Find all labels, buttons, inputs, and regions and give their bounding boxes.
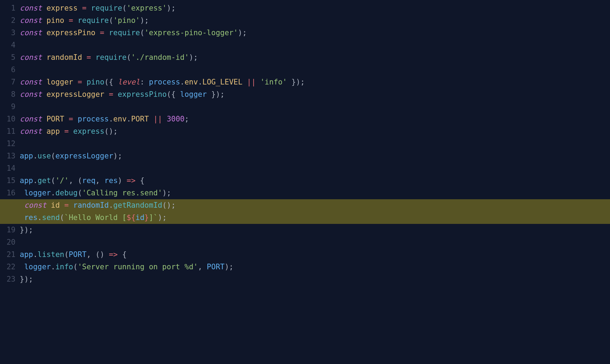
code-line [20, 64, 610, 76]
line-number: 6 [0, 64, 15, 76]
line-number: 5 [0, 51, 15, 64]
code-line: app.use(expressLogger); [20, 150, 610, 162]
code-line: const app = express(); [20, 125, 610, 138]
line-number: 7 [0, 76, 15, 88]
code-line [20, 236, 610, 249]
code-area[interactable]: const express = require('express'); cons… [20, 0, 610, 285]
line-number: 13 [0, 150, 15, 162]
code-line: const logger = pino({ level: process.env… [20, 76, 610, 88]
line-number: 10 [0, 113, 15, 125]
code-line: logger.info('Server running on port %d',… [20, 261, 610, 273]
code-line: }); [20, 273, 610, 285]
line-number: 23 [0, 273, 15, 285]
line-number: 22 [0, 261, 15, 273]
line-number: 21 [0, 249, 15, 261]
code-line: const expressPino = require('express-pin… [20, 27, 610, 39]
line-number: 1 [0, 2, 15, 14]
code-line [20, 39, 610, 51]
line-number: 15 [0, 175, 15, 187]
line-number: 20 [0, 236, 15, 249]
code-line: const express = require('express'); [20, 2, 610, 14]
line-number: 9 [0, 101, 15, 113]
code-line: app.listen(PORT, () => { [20, 249, 610, 261]
line-number: 19 [0, 224, 15, 236]
code-line: const expressLogger = expressPino({ logg… [20, 88, 610, 101]
code-line [20, 138, 610, 150]
line-number: 3 [0, 27, 15, 39]
code-line: app.get('/', (req, res) => { [20, 175, 610, 187]
code-line: const PORT = process.env.PORT || 3000; [20, 113, 610, 125]
line-number: 12 [0, 138, 15, 150]
code-line: const randomId = require('./random-id'); [20, 51, 610, 64]
line-number: 14 [0, 162, 15, 175]
line-number: 2 [0, 14, 15, 27]
line-number: 8 [0, 88, 15, 101]
line-number: 4 [0, 39, 15, 51]
code-line: const pino = require('pino'); [20, 14, 610, 27]
line-number: 16 [0, 187, 15, 199]
code-editor[interactable]: 1 2 3 4 5 6 7 8 9 10 11 12 13 14 15 16 1… [0, 0, 610, 285]
line-number: 11 [0, 125, 15, 138]
gutter: 1 2 3 4 5 6 7 8 9 10 11 12 13 14 15 16 1… [0, 0, 20, 285]
code-line [20, 162, 610, 175]
code-line: logger.debug('Calling res.send'); [20, 187, 610, 199]
code-line: }); [20, 224, 610, 236]
code-line [20, 101, 610, 113]
